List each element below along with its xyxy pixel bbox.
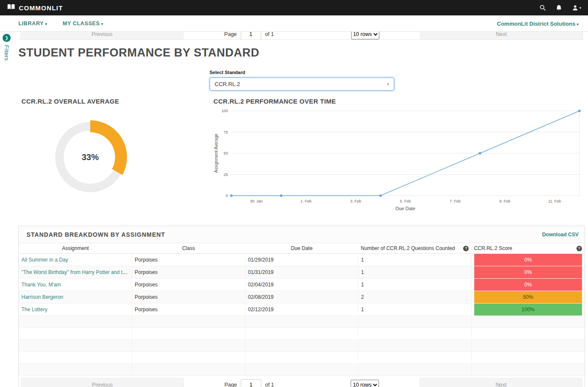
table-header-row: Assignment Class Due Date Number of CCR.… [19, 243, 585, 254]
score-cell: 0% [471, 254, 585, 266]
select-standard-label: Select Standard [210, 70, 585, 75]
questions-count-cell: 1 [358, 279, 472, 291]
col-class[interactable]: Class [132, 243, 245, 254]
chevron-down-icon: ▾ [45, 22, 47, 26]
due-date-cell: 01/29/2019 [245, 254, 358, 266]
col-score[interactable]: CCR.RL.2 Score ? [471, 243, 585, 254]
class-cell: Porpoises [132, 291, 245, 304]
score-cell: 100% [471, 304, 585, 316]
svg-text:0: 0 [226, 194, 228, 198]
page-title: STUDENT PERFORMANCE BY STANDARD [18, 46, 585, 60]
bottom-pagination: Previous Page of 1 10 rows Next [19, 376, 585, 387]
breakdown-table: Assignment Class Due Date Number of CCR.… [19, 243, 585, 376]
assignment-table-body: All Summer in a DayPorpoises01/29/201910… [19, 254, 585, 376]
svg-text:Due Date: Due Date [396, 206, 415, 211]
assignment-link[interactable]: All Summer in a Day [21, 257, 68, 263]
score-bar: 0% [474, 266, 582, 278]
empty-row [19, 316, 585, 328]
score-cell: 0% [471, 279, 585, 291]
previous-page-button[interactable]: Previous [21, 378, 184, 387]
overall-average-section: CCR.RL.2 OVERALL AVERAGE 33% [18, 98, 213, 214]
account-menu[interactable]: ▾ [572, 5, 581, 11]
svg-text:Assignment Average: Assignment Average [214, 134, 219, 173]
page-number-input[interactable] [241, 32, 261, 40]
svg-text:7. Feb: 7. Feb [450, 199, 461, 203]
class-cell: Porpoises [132, 266, 245, 279]
performance-over-time-section: CCR.RL.2 PERFORMANCE OVER TIME 025507510… [213, 98, 585, 214]
nav-library[interactable]: LIBRARY▾ [18, 21, 47, 27]
table-row: The LotteryPorpoises02/12/20191100% [19, 304, 585, 316]
table-row: All Summer in a DayPorpoises01/29/201910… [19, 254, 585, 266]
svg-text:9. Feb: 9. Feb [499, 199, 511, 203]
assignment-link[interactable]: Thank You, M'am [21, 282, 61, 288]
page-of-label: of 1 [265, 32, 274, 37]
account-caret-icon: ▾ [579, 6, 581, 10]
col-due-date[interactable]: Due Date [245, 243, 358, 254]
rows-per-page-select[interactable]: 10 rows [351, 380, 379, 387]
svg-text:11. Feb: 11. Feb [548, 199, 561, 203]
chevron-right-icon: ❯ [3, 34, 11, 42]
assignment-link[interactable]: "The Worst Birthday" from Harry Potter a… [21, 269, 132, 275]
help-icon[interactable]: ? [463, 246, 469, 251]
nav-my-classes[interactable]: MY CLASSES▾ [62, 21, 103, 27]
questions-count-cell: 1 [358, 266, 472, 279]
svg-text:1. Feb: 1. Feb [301, 199, 312, 203]
due-date-cell: 02/08/2019 [245, 291, 358, 304]
class-cell: Porpoises [132, 254, 245, 266]
col-questions-counted[interactable]: Number of CCR.RL.2 Questions Counted ? [358, 243, 472, 254]
rows-per-page-select[interactable]: 10 rows [351, 32, 379, 39]
donut-chart: 33% [47, 114, 133, 200]
line-chart: 025507510030. Jan1. Feb3. Feb5. Feb7. Fe… [213, 107, 582, 213]
download-csv-link[interactable]: Download CSV [542, 232, 579, 238]
score-bar: 0% [474, 279, 582, 291]
class-cell: Porpoises [132, 304, 245, 316]
previous-page-button[interactable]: Previous [21, 32, 183, 40]
score-bar: 0% [474, 254, 582, 266]
next-page-button[interactable]: Next [420, 32, 583, 40]
questions-count-cell: 2 [358, 291, 472, 304]
page-label: Page [224, 32, 236, 37]
brand-logo[interactable]: COMMONLIT [7, 3, 63, 12]
due-date-cell: 02/12/2019 [245, 304, 358, 316]
chevron-down-icon: ▾ [101, 22, 103, 26]
top-pagination-clipped: Previous Page of 1 10 rows Next [18, 32, 585, 40]
table-row: Thank You, M'amPorpoises02/04/201910% [19, 279, 585, 291]
score-bar: 50% [474, 291, 582, 303]
due-date-cell: 02/04/2019 [245, 279, 358, 291]
notifications-bell-icon[interactable] [556, 5, 562, 11]
help-icon[interactable]: ? [576, 246, 582, 251]
next-page-button[interactable]: Next [420, 378, 582, 387]
secondary-nav: LIBRARY▾ MY CLASSES▾ CommonLit District … [0, 15, 588, 32]
table-row: "The Worst Birthday" from Harry Potter a… [19, 266, 585, 279]
top-bar: COMMONLIT ▾ [0, 0, 588, 15]
score-cell: 0% [471, 266, 585, 279]
svg-text:25: 25 [224, 173, 228, 177]
assignment-link[interactable]: Harrison Bergeron [21, 294, 63, 300]
empty-row [19, 340, 585, 352]
class-cell: Porpoises [132, 279, 245, 291]
svg-text:50: 50 [224, 151, 228, 155]
empty-row [19, 364, 585, 376]
svg-text:100: 100 [222, 109, 228, 113]
page-label: Page [225, 382, 237, 387]
questions-count-cell: 1 [358, 304, 472, 316]
assignment-link[interactable]: The Lottery [21, 307, 47, 313]
page-number-input[interactable] [241, 379, 261, 387]
score-cell: 50% [471, 291, 585, 304]
chevron-down-icon: ▾ [576, 22, 579, 27]
standard-breakdown-panel: STANDARD BREAKDOWN BY ASSIGNMENT Downloa… [18, 226, 585, 387]
standard-select-value: CCR.RL.2 [215, 81, 240, 87]
questions-count-cell: 1 [358, 254, 472, 266]
page-of-label: of 1 [265, 382, 274, 387]
standard-select[interactable]: CCR.RL.2 ▾ [210, 77, 394, 91]
performance-over-time-title: CCR.RL.2 PERFORMANCE OVER TIME [213, 98, 585, 105]
empty-row [19, 328, 585, 340]
brand-name: COMMONLIT [19, 4, 63, 12]
book-logo-icon [7, 3, 15, 12]
svg-text:33%: 33% [82, 152, 99, 162]
district-solutions-link[interactable]: CommonLit District Solutions▾ [497, 21, 579, 27]
score-bar: 100% [474, 304, 582, 316]
col-assignment[interactable]: Assignment [19, 243, 132, 254]
search-icon[interactable] [540, 5, 546, 11]
svg-text:5. Feb: 5. Feb [400, 199, 411, 203]
